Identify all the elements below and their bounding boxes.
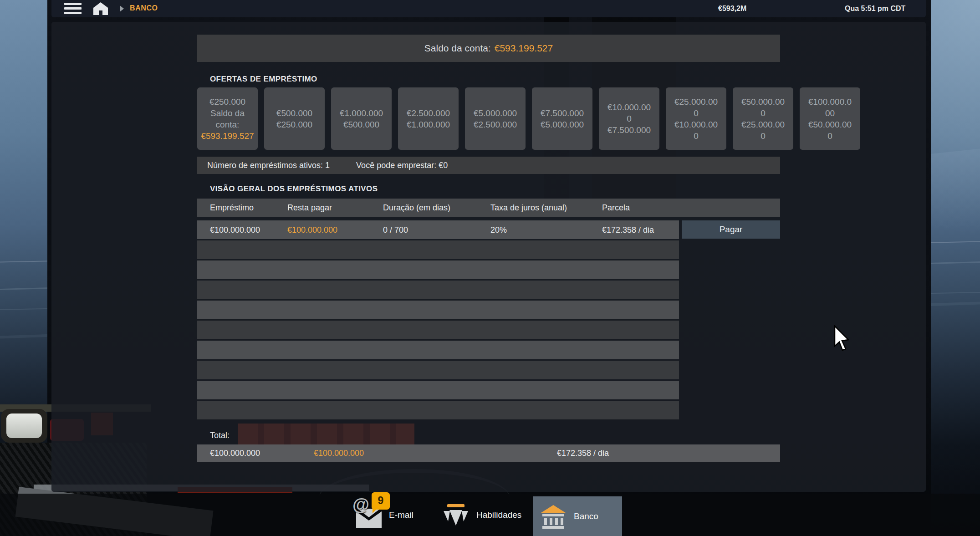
bank-panel: Saldo da conta: €593.199.527 OFERTAS DE … <box>51 22 926 492</box>
hamburger-icon <box>64 7 82 10</box>
loan-offer-card[interactable]: €5.000.000 €2.500.000 <box>465 87 526 150</box>
tab-skills-label: Habilidades <box>476 510 521 520</box>
offer-payback: €50.000.000 <box>807 119 853 142</box>
loan-duration: 0 / 700 <box>383 225 408 235</box>
total-loan: €100.000.000 <box>210 449 260 458</box>
mouse-cursor <box>833 325 852 353</box>
offer-amount: €50.000.000 <box>740 96 786 119</box>
hamburger-icon <box>64 3 82 5</box>
offer-amount: €25.000.000 <box>673 96 719 119</box>
empty-loan-row <box>197 321 679 339</box>
empty-loan-row <box>197 401 679 419</box>
active-loans-count: Número de empréstimos ativos: 1 <box>207 161 330 170</box>
loan-offers-title: OFERTAS DE EMPRÉSTIMO <box>210 75 317 84</box>
loan-amount: €100.000.000 <box>210 225 260 235</box>
unread-mail-badge: 9 <box>372 492 390 510</box>
offer-payback: €2.500.000 <box>472 119 518 130</box>
account-balance-bar: Saldo da conta: €593.199.527 <box>197 35 780 62</box>
offer-payback: €250.000 <box>271 119 317 130</box>
loan-offers-row: €250.000 Saldo da conta: €593.199.527 €5… <box>197 87 860 150</box>
offer-payback: €500.000 <box>338 119 384 130</box>
top-bar: BANCO €593,2M Qua 5:51 pm CDT <box>51 0 926 17</box>
offer-amount: €1.000.000 <box>338 107 384 119</box>
loan-offer-card[interactable]: €500.000 €250.000 <box>264 87 325 150</box>
offer-payback: €10.000.000 <box>673 119 719 142</box>
loan-status-bar: Número de empréstimos ativos: 1 Você pod… <box>197 157 780 174</box>
offer-amount: €5.000.000 <box>472 107 518 119</box>
offer-amount: €100.000.000 <box>807 96 853 119</box>
loan-table-row: €100.000.000 €100.000.000 0 / 700 20% €1… <box>197 220 679 239</box>
totals-bar: €100.000.000 €100.000.000 €172.358 / dia <box>197 444 780 462</box>
empty-loan-row <box>197 361 679 379</box>
loan-offer-card[interactable]: €7.500.000 €5.000.000 <box>532 87 592 150</box>
empty-loan-row <box>197 381 679 399</box>
loan-offer-card[interactable]: €50.000.000 €25.000.000 <box>733 87 793 150</box>
hamburger-icon <box>64 12 82 14</box>
loan-offer-card[interactable]: €250.000 Saldo da conta: €593.199.527 <box>197 87 258 150</box>
header-duration: Duração (em dias) <box>383 203 450 213</box>
tab-email-label: E-mail <box>389 510 413 520</box>
offer-tooltip-value: €593.199.527 <box>201 130 254 142</box>
loan-remaining: €100.000.000 <box>287 225 337 235</box>
offer-tooltip-label: Saldo da conta: <box>204 107 250 130</box>
datetime-display: Qua 5:51 pm CDT <box>845 5 905 13</box>
offer-payback: €25.000.000 <box>740 119 786 142</box>
total-installment: €172.358 / dia <box>557 449 609 458</box>
breadcrumb-bank[interactable]: BANCO <box>130 4 158 12</box>
offer-amount: €7.500.000 <box>539 107 585 119</box>
offer-amount: €250.000 <box>204 96 250 107</box>
loan-offer-card[interactable]: €10.000.000 €7.500.000 <box>599 87 659 150</box>
empty-loan-row <box>197 260 679 279</box>
total-remaining: €100.000.000 <box>314 449 364 458</box>
loan-offer-card[interactable]: €100.000.000 €50.000.000 <box>800 87 860 150</box>
home-button[interactable] <box>93 2 108 15</box>
loan-interest: 20% <box>490 225 507 235</box>
can-borrow-amount: Você pode emprestar: €0 <box>356 161 448 170</box>
header-loan: Empréstimo <box>210 203 254 213</box>
menu-button[interactable] <box>64 3 82 15</box>
truck-reverse-light <box>6 413 42 438</box>
loan-offer-card[interactable]: €25.000.000 €10.000.000 <box>666 87 726 150</box>
loan-installment: €172.358 / dia <box>602 225 654 235</box>
empty-loan-row <box>197 341 679 359</box>
empty-loan-row <box>197 301 679 319</box>
offer-payback: €7.500.000 <box>606 124 652 136</box>
balance-label: Saldo da conta: <box>424 43 491 54</box>
at-sign-icon: @ <box>352 495 369 515</box>
offer-payback: €1.000.000 <box>405 119 451 130</box>
tab-bank-active[interactable]: Banco <box>533 496 622 536</box>
money-display: €593,2M <box>718 5 746 13</box>
breadcrumb-arrow-icon <box>120 5 124 12</box>
offer-payback: €5.000.000 <box>539 119 585 130</box>
total-label: Total: <box>210 431 230 440</box>
bottom-nav-bar: @ 9 E-mail Habilidades <box>0 494 980 536</box>
active-loans-title: VISÃO GERAL DOS EMPRÉSTIMOS ATIVOS <box>210 184 378 194</box>
balance-value: €593.199.527 <box>495 43 553 54</box>
offer-amount: €2.500.000 <box>405 107 451 119</box>
loans-table-header: Empréstimo Resta pagar Duração (em dias)… <box>197 199 780 217</box>
tab-bank-label: Banco <box>574 511 598 521</box>
empty-loan-row <box>197 240 679 259</box>
offer-amount: €10.000.000 <box>606 102 652 124</box>
bank-icon <box>541 505 566 529</box>
skills-icon <box>444 504 468 528</box>
header-remaining: Resta pagar <box>287 203 332 213</box>
loan-offer-card[interactable]: €2.500.000 €1.000.000 <box>398 87 459 150</box>
home-icon <box>93 2 108 15</box>
loan-offer-card[interactable]: €1.000.000 €500.000 <box>331 87 392 150</box>
pay-button[interactable]: Pagar <box>682 220 780 239</box>
empty-loan-row <box>197 281 679 299</box>
header-installment: Parcela <box>602 203 630 213</box>
offer-amount: €500.000 <box>271 107 317 119</box>
tab-skills[interactable]: Habilidades <box>435 494 530 536</box>
tab-email[interactable]: @ 9 E-mail <box>348 494 422 536</box>
header-interest: Taxa de juros (anual) <box>490 203 567 213</box>
